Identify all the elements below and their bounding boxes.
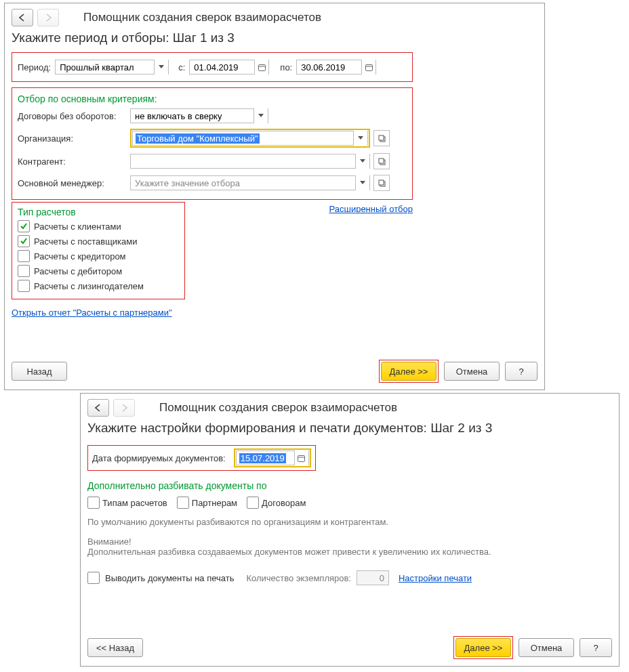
svg-rect-10 bbox=[298, 455, 305, 461]
next-button[interactable]: Далее >> bbox=[381, 362, 437, 381]
manager-label: Основной менеджер: bbox=[18, 178, 126, 188]
copies-label: Количество экземпляров: bbox=[246, 573, 351, 583]
cancel-button[interactable]: Отмена bbox=[444, 362, 500, 381]
dropdown-icon[interactable] bbox=[353, 131, 367, 146]
back-button[interactable]: Назад bbox=[12, 362, 67, 381]
copies-input bbox=[357, 571, 388, 585]
split-checkbox-label: Договорам bbox=[262, 498, 306, 508]
help-button[interactable]: ? bbox=[505, 362, 537, 381]
next-button[interactable]: Далее >> bbox=[455, 638, 511, 657]
dropdown-icon[interactable] bbox=[253, 108, 268, 123]
period-label: Период: bbox=[18, 62, 51, 72]
split-header: Дополнительно разбивать документы по bbox=[87, 480, 612, 491]
calc-type-checkbox[interactable] bbox=[18, 235, 30, 247]
window-title: Помощник создания сверок взаиморасчетов bbox=[159, 401, 397, 415]
open-reference-icon[interactable] bbox=[373, 153, 390, 169]
calendar-icon[interactable] bbox=[254, 60, 268, 75]
svg-rect-5 bbox=[379, 135, 384, 140]
contracts-select[interactable] bbox=[130, 108, 268, 123]
nav-forward-button bbox=[37, 9, 59, 26]
dropdown-icon[interactable] bbox=[355, 154, 369, 169]
calc-type-checkbox[interactable] bbox=[18, 250, 30, 262]
calc-type-label: Расчеты с дебитором bbox=[34, 266, 122, 276]
calc-type-checkbox[interactable] bbox=[18, 220, 30, 232]
types-header: Тип расчетов bbox=[18, 207, 179, 217]
split-checkbox[interactable] bbox=[87, 497, 100, 509]
cancel-button[interactable]: Отмена bbox=[519, 638, 574, 657]
calc-type-label: Расчеты с поставщиками bbox=[34, 236, 138, 247]
calc-type-label: Расчеты с кредитором bbox=[34, 251, 126, 261]
split-note: По умолчанию документы разбиваются по ор… bbox=[87, 517, 612, 527]
period-select[interactable] bbox=[55, 60, 169, 75]
doc-date-label: Дата формируемых документов: bbox=[92, 453, 226, 463]
criteria-header: Отбор по основным критериям: bbox=[18, 93, 407, 104]
svg-rect-8 bbox=[380, 182, 385, 186]
print-settings-link[interactable]: Настройки печати bbox=[399, 573, 472, 583]
date-from-input[interactable] bbox=[189, 60, 269, 75]
calc-type-checkbox[interactable] bbox=[18, 265, 30, 277]
date-to-input[interactable] bbox=[296, 60, 376, 75]
print-checkbox[interactable] bbox=[87, 572, 100, 584]
svg-rect-0 bbox=[258, 64, 265, 70]
doc-date-input[interactable]: 15.07.2019 bbox=[236, 450, 309, 465]
print-checkbox-label: Выводить документы на печать bbox=[105, 573, 234, 583]
open-reference-icon[interactable] bbox=[373, 175, 390, 191]
extended-filter-link[interactable]: Расширенный отбор bbox=[329, 204, 413, 214]
svg-rect-7 bbox=[379, 159, 384, 163]
svg-rect-6 bbox=[380, 160, 385, 165]
split-checkbox-label: Партнерам bbox=[192, 498, 237, 508]
nav-back-button[interactable] bbox=[87, 399, 109, 417]
split-checkbox[interactable] bbox=[177, 497, 189, 509]
warning-line-2: Дополнительная разбивка создаваемых доку… bbox=[87, 547, 612, 557]
manager-input[interactable] bbox=[130, 175, 370, 190]
contracts-label: Договоры без оборотов: bbox=[18, 111, 126, 121]
calc-type-label: Расчеты с клиентами bbox=[34, 222, 121, 232]
counterparty-input[interactable] bbox=[130, 154, 370, 169]
dropdown-icon[interactable] bbox=[355, 175, 369, 190]
from-label: с: bbox=[178, 62, 185, 72]
counterparty-label: Контрагент: bbox=[18, 156, 126, 167]
calendar-icon[interactable] bbox=[361, 60, 376, 75]
period-dropdown-icon[interactable] bbox=[154, 60, 168, 75]
step-heading: Укажите настройки формирования и печати … bbox=[87, 421, 612, 436]
calendar-icon[interactable] bbox=[294, 450, 308, 465]
nav-back-button[interactable] bbox=[12, 9, 33, 26]
svg-rect-2 bbox=[365, 64, 372, 70]
org-input[interactable]: Торговый дом "Комплексный" bbox=[132, 131, 368, 146]
svg-rect-4 bbox=[380, 137, 385, 142]
back-button[interactable]: << Назад bbox=[87, 638, 143, 657]
help-button[interactable]: ? bbox=[580, 638, 612, 657]
step-heading: Укажите период и отборы: Шаг 1 из 3 bbox=[12, 30, 537, 45]
warning-line-1: Внимание! bbox=[87, 537, 612, 547]
to-label: по: bbox=[280, 62, 292, 72]
window-title: Помощник создания сверок взаиморасчетов bbox=[83, 11, 321, 24]
svg-rect-9 bbox=[379, 180, 384, 185]
calc-type-label: Расчеты с лизингодателем bbox=[34, 281, 144, 291]
nav-forward-button bbox=[113, 399, 135, 417]
split-checkbox[interactable] bbox=[247, 497, 259, 509]
open-reference-icon[interactable] bbox=[373, 130, 390, 146]
org-label: Организация: bbox=[18, 133, 126, 144]
split-checkbox-label: Типам расчетов bbox=[102, 498, 167, 508]
calc-type-checkbox[interactable] bbox=[18, 280, 30, 292]
open-report-link[interactable]: Открыть отчет "Расчеты с партнерами" bbox=[12, 308, 172, 318]
